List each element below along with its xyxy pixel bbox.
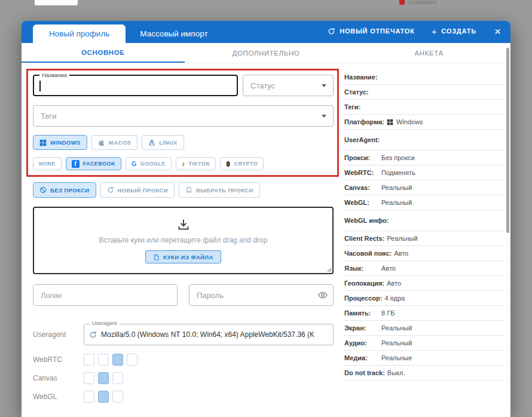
summary-value: Windows	[396, 118, 423, 125]
summary-value: Авто	[381, 265, 396, 272]
password-input[interactable]	[189, 284, 334, 306]
proxy-option-new[interactable]: НОВЫЙ ПРОКСИ	[100, 182, 175, 198]
summary-row: Do not track: Выкл.	[344, 366, 505, 381]
close-button[interactable]: ×	[493, 26, 502, 37]
preset-chip-crypto[interactable]: ฿ CRYPTO	[220, 157, 264, 170]
new-fingerprint-button[interactable]: НОВЫЙ ОТПЕЧАТОК	[328, 27, 415, 35]
option-chip[interactable]	[127, 354, 137, 366]
summary-row: Геолокация: Авто	[344, 276, 505, 291]
webrtc-label: WebRTC	[33, 355, 84, 364]
webgl-row: WebGL	[33, 391, 334, 403]
summary-label: WebRTC:	[344, 169, 381, 176]
option-chip[interactable]	[84, 354, 94, 366]
option-chip[interactable]	[112, 391, 123, 403]
scrollbar-thumb[interactable]	[506, 48, 509, 233]
summary-value-wrap: Реальный	[381, 339, 412, 347]
summary-label: Аудио:	[344, 339, 381, 347]
summary-row: Память: 8 ГБ	[344, 306, 505, 321]
modal-content: Название Статус Теги WINDOWS	[22, 63, 510, 417]
tab-mass-import[interactable]: Массовый импорт	[126, 24, 222, 43]
summary-label: Статус:	[344, 88, 381, 96]
tab-questionnaire[interactable]: АНКЕТА	[347, 43, 510, 63]
windows-icon	[387, 119, 393, 125]
tab-additional[interactable]: ДОПОЛНИТЕЛЬНО	[185, 43, 348, 63]
preset-chip-label: NONE	[39, 161, 56, 167]
useragent-field[interactable]: Useragent Mozilla/5.0 (Windows NT 10.0; …	[84, 324, 334, 345]
name-field[interactable]: Название	[33, 75, 238, 96]
summary-label: Процессор:	[344, 295, 384, 302]
platform-chip-macos[interactable]: MACOS	[91, 135, 137, 150]
proxy-option-choose[interactable]: ВЫБРАТЬ ПРОКСИ	[179, 182, 260, 198]
option-chip[interactable]	[98, 354, 109, 366]
summary-value-wrap: Реальный	[381, 184, 412, 191]
name-status-row: Название Статус	[33, 75, 334, 96]
tags-row: Теги	[33, 105, 334, 127]
summary-value: Реальные	[381, 354, 412, 361]
tab-new-profile[interactable]: Новый профиль	[33, 24, 126, 43]
tags-select-label: Теги	[41, 112, 56, 121]
chevron-down-icon	[322, 115, 326, 118]
cookie-dropzone[interactable]: Вставьте куки или перетащите файл drag a…	[33, 207, 334, 274]
tiktok-icon: ♪	[182, 160, 185, 167]
summary-value-wrap: Реальный	[381, 199, 412, 206]
create-button-label: СОЗДАТЬ	[441, 27, 476, 35]
summary-row: Client Rects: Реальный	[344, 231, 505, 246]
summary-value-wrap: Windows	[387, 118, 423, 125]
facebook-icon: f	[72, 160, 80, 168]
proxy-option-label: НОВЫЙ ПРОКСИ	[118, 187, 168, 194]
tab-new-profile-label: Новый профиль	[49, 29, 109, 38]
platform-chip-linux[interactable]: LINUX	[142, 135, 184, 150]
name-input[interactable]	[34, 76, 237, 95]
platform-chip-windows[interactable]: WINDOWS	[33, 135, 87, 150]
create-button[interactable]: + СОЗДАТЬ	[432, 26, 476, 36]
preset-chip-tiktok[interactable]: ♪ TIKTOK	[176, 157, 216, 170]
summary-value-wrap: Реальный	[381, 324, 412, 332]
preset-chip-none[interactable]: NONE	[33, 157, 62, 170]
summary-row: Процессор: 4 ядра	[344, 291, 505, 306]
useragent-value: Mozilla/5.0 (Windows NT 10.0; Win64; x64…	[101, 330, 314, 339]
option-chip[interactable]	[112, 372, 123, 384]
tags-select[interactable]: Теги	[33, 105, 334, 127]
option-chip[interactable]	[84, 372, 94, 384]
summary-row: UserAgent:	[344, 130, 505, 151]
preset-chip-label: GOOGLE	[140, 161, 166, 167]
refresh-icon	[107, 186, 114, 194]
refresh-icon	[328, 27, 335, 35]
summary-value: 8 ГБ	[381, 309, 395, 317]
summary-label: WebGL:	[344, 199, 381, 206]
preset-chip-google[interactable]: G GOOGLE	[126, 157, 172, 170]
login-input[interactable]	[33, 284, 178, 306]
status-select[interactable]: Статус	[243, 75, 334, 96]
preset-chip-label: TIKTOK	[189, 161, 210, 167]
proxy-options: БЕЗ ПРОКСИ НОВЫЙ ПРОКСИ ВЫБРАТЬ ПРОКСИ	[33, 182, 334, 198]
cookie-file-button[interactable]: КУКИ ИЗ ФАЙЛА	[145, 250, 221, 263]
chevron-down-icon	[322, 84, 326, 87]
option-chip[interactable]	[98, 372, 109, 384]
tab-main[interactable]: ОСНОВНОЕ	[22, 43, 185, 63]
resize-handle[interactable]	[326, 266, 332, 272]
windows-icon	[39, 139, 47, 146]
summary-label: Память:	[344, 309, 381, 317]
refresh-icon[interactable]	[89, 331, 97, 339]
summary-value-wrap: Реальные	[381, 354, 412, 361]
platform-chip-label: WINDOWS	[50, 139, 81, 146]
background-red-icon	[399, 0, 405, 5]
eye-icon[interactable]	[317, 290, 328, 301]
proxy-option-none[interactable]: БЕЗ ПРОКСИ	[33, 182, 96, 198]
summary-value: Авто	[394, 250, 408, 257]
summary-value: Реальный	[381, 199, 412, 206]
summary-label: Геолокация:	[344, 280, 387, 287]
webgl-label: WebGL	[33, 393, 84, 401]
summary-label: Платформа:	[344, 118, 387, 125]
option-chip[interactable]	[84, 391, 94, 403]
summary-row: Теги:	[344, 100, 505, 115]
preset-chip-facebook[interactable]: f FACEBOOK	[66, 157, 121, 170]
option-chip[interactable]	[98, 391, 109, 403]
text-cursor	[39, 81, 41, 91]
summary-value-wrap: 4 ядра	[384, 295, 405, 302]
option-chip[interactable]	[112, 354, 123, 366]
summary-value-wrap: Авто	[387, 280, 401, 287]
summary-row: WebRTC: Подменять	[344, 165, 505, 180]
summary-label: Медиа:	[344, 354, 381, 361]
summary-value: Авто	[387, 280, 401, 287]
